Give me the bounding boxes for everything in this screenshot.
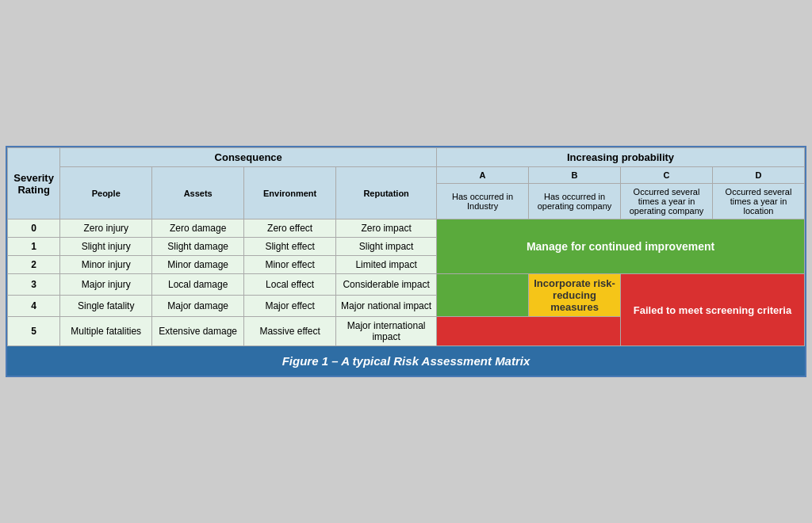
header-row-1: Severity Rating Consequence Increasing p… bbox=[8, 148, 805, 167]
env-4: Major effect bbox=[244, 296, 336, 317]
increasing-prob-header: Increasing probability bbox=[437, 148, 805, 167]
rep-0: Zero impact bbox=[336, 220, 437, 238]
col-d-label: D bbox=[712, 167, 804, 184]
rep-5: Major international impact bbox=[336, 317, 437, 346]
rep-3: Considerable impact bbox=[336, 274, 437, 296]
people-2: Minor injury bbox=[60, 256, 152, 274]
env-3: Local effect bbox=[244, 274, 336, 296]
red-zone-ab-row5 bbox=[437, 317, 621, 346]
assets-2: Minor damage bbox=[152, 256, 244, 274]
red-zone-label: Failed to meet screening criteria bbox=[621, 274, 805, 346]
consequence-header: Consequence bbox=[60, 148, 437, 167]
people-3: Major injury bbox=[60, 274, 152, 296]
people-4: Single fatality bbox=[60, 296, 152, 317]
assets-3: Local damage bbox=[152, 274, 244, 296]
col-a-desc: Has occurred in Industry bbox=[437, 184, 529, 220]
severity-0: 0 bbox=[8, 220, 60, 238]
rep-2: Limited impact bbox=[336, 256, 437, 274]
env-2: Minor effect bbox=[244, 256, 336, 274]
assets-5: Extensive damage bbox=[152, 317, 244, 346]
severity-3: 3 bbox=[8, 274, 60, 296]
severity-rating-header: Severity Rating bbox=[8, 148, 60, 220]
severity-2: 2 bbox=[8, 256, 60, 274]
col-a-label: A bbox=[437, 167, 529, 184]
people-header: People bbox=[60, 167, 152, 220]
green-zone-label: Manage for continued improvement bbox=[437, 220, 805, 274]
yellow-zone-label: Incorporate risk-reducing measures bbox=[529, 274, 621, 317]
header-row-2: People Assets Environment Reputation A B… bbox=[8, 167, 805, 184]
env-0: Zero effect bbox=[244, 220, 336, 238]
env-5: Massive effect bbox=[244, 317, 336, 346]
risk-matrix-wrapper: Severity Rating Consequence Increasing p… bbox=[6, 146, 806, 377]
green-zone-a-lower bbox=[437, 274, 529, 317]
rep-4: Major national impact bbox=[336, 296, 437, 317]
table-row: 3 Major injury Local damage Local effect… bbox=[8, 274, 805, 296]
severity-1: 1 bbox=[8, 238, 60, 256]
assets-4: Major damage bbox=[152, 296, 244, 317]
people-0: Zero injury bbox=[60, 220, 152, 238]
severity-5: 5 bbox=[8, 317, 60, 346]
rep-1: Slight impact bbox=[336, 238, 437, 256]
col-c-label: C bbox=[621, 167, 713, 184]
col-c-desc: Occurred several times a year in operati… bbox=[621, 184, 713, 220]
people-1: Slight injury bbox=[60, 238, 152, 256]
col-d-desc: Occurred several times a year in locatio… bbox=[712, 184, 804, 220]
risk-matrix-table: Severity Rating Consequence Increasing p… bbox=[7, 147, 805, 346]
environment-header: Environment bbox=[244, 167, 336, 220]
col-b-label: B bbox=[529, 167, 621, 184]
people-5: Multiple fatalities bbox=[60, 317, 152, 346]
figure-caption: Figure 1 – A typical Risk Assessment Mat… bbox=[7, 346, 805, 376]
env-1: Slight effect bbox=[244, 238, 336, 256]
col-b-desc: Has occurred in operating company bbox=[529, 184, 621, 220]
severity-4: 4 bbox=[8, 296, 60, 317]
assets-1: Slight damage bbox=[152, 238, 244, 256]
table-row: 0 Zero injury Zero damage Zero effect Ze… bbox=[8, 220, 805, 238]
assets-header: Assets bbox=[152, 167, 244, 220]
assets-0: Zero damage bbox=[152, 220, 244, 238]
reputation-header: Reputation bbox=[336, 167, 437, 220]
